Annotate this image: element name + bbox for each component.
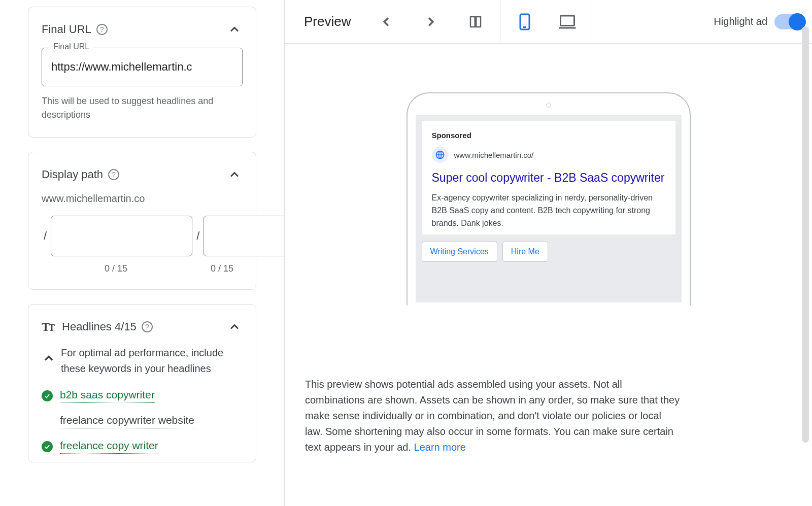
phone-frame: Sponsored www.michellemartin.co/ Super c…	[407, 92, 691, 306]
path1-count: 0 / 15	[42, 263, 148, 274]
check-circle-icon	[42, 441, 53, 452]
chevron-up-icon[interactable]	[42, 350, 56, 366]
divider	[500, 0, 500, 44]
display-path-input-1[interactable]	[51, 216, 192, 256]
chevron-right-icon[interactable]	[421, 12, 441, 32]
phone-screen: Sponsored www.michellemartin.co/ Super c…	[416, 115, 682, 302]
headlines-hint: For optimal ad performance, include thes…	[61, 345, 243, 377]
display-path-card: Display path ? www.michellemartin.co / /…	[28, 152, 256, 290]
preview-note: This preview shows potential ads assembl…	[285, 377, 701, 455]
final-url-title: Final URL	[42, 23, 91, 36]
svg-rect-0	[470, 17, 475, 27]
divider	[592, 0, 592, 44]
display-path-domain: www.michellemartin.co	[42, 193, 243, 205]
chevron-left-icon[interactable]	[376, 12, 396, 32]
sponsored-label: Sponsored	[432, 131, 665, 140]
headlines-title: Headlines 4/15	[62, 320, 137, 333]
path-slash: /	[42, 229, 49, 243]
ad-headline: Super cool copywriter - B2B SaaS copywri…	[432, 170, 665, 186]
help-icon[interactable]: ?	[96, 24, 108, 35]
final-url-input[interactable]	[42, 48, 242, 86]
chevron-up-icon[interactable]	[226, 319, 243, 335]
mobile-device-icon[interactable]	[515, 12, 535, 32]
headlines-card: TT Headlines 4/15 ? For optimal ad perfo…	[28, 304, 256, 462]
preview-title: Preview	[304, 14, 351, 29]
svg-rect-4	[561, 16, 574, 26]
left-form-panel: Final URL ? Final URL This will be used …	[0, 0, 284, 506]
final-url-helper: This will be used to suggest headlines a…	[42, 94, 243, 122]
final-url-input-wrap: Final URL	[42, 48, 243, 86]
phone-camera-icon	[546, 103, 551, 108]
learn-more-link[interactable]: Learn more	[414, 442, 466, 453]
keyword-suggestion: b2b saas copywriter	[42, 389, 243, 403]
help-icon[interactable]: ?	[108, 169, 119, 180]
svg-rect-1	[477, 17, 481, 27]
final-url-input-label: Final URL	[49, 42, 93, 51]
ad-display-url: www.michellemartin.co/	[454, 151, 534, 159]
desktop-device-icon[interactable]	[557, 12, 578, 32]
globe-icon	[432, 147, 448, 163]
path2-count: 0 / 15	[148, 263, 243, 274]
text-type-icon: TT	[42, 320, 54, 334]
help-icon[interactable]: ?	[142, 321, 153, 332]
preview-header: Preview	[285, 0, 812, 44]
ad-preview-card: Sponsored www.michellemartin.co/ Super c…	[422, 121, 675, 234]
check-circle-icon	[42, 390, 53, 401]
display-path-title: Display path	[42, 168, 103, 181]
highlight-ad-label: Highlight ad	[714, 16, 767, 27]
keyword-link[interactable]: freelance copywriter website	[60, 414, 194, 428]
chevron-up-icon[interactable]	[226, 21, 243, 38]
keyword-link[interactable]: freelance copy writer	[60, 440, 158, 454]
highlight-ad-toggle[interactable]	[774, 14, 805, 29]
keyword-link[interactable]: b2b saas copywriter	[60, 389, 155, 403]
preview-panel: Preview	[284, 0, 812, 506]
empty-check-icon	[42, 416, 53, 427]
ad-description: Ex-agency copywriter specializing in ner…	[432, 192, 665, 229]
sitelink-button: Writing Services	[422, 242, 497, 262]
display-path-input-2[interactable]	[204, 216, 284, 256]
scrollbar[interactable]	[802, 26, 809, 468]
path-slash: /	[194, 229, 201, 243]
keyword-suggestion: freelance copywriter website	[42, 414, 243, 428]
columns-icon[interactable]	[465, 12, 486, 32]
chevron-up-icon[interactable]	[226, 166, 243, 183]
keyword-suggestion: freelance copy writer	[42, 440, 243, 454]
sitelink-button: Hire Me	[502, 242, 548, 262]
preview-note-text: This preview shows potential ads assembl…	[305, 379, 680, 453]
final-url-card: Final URL ? Final URL This will be used …	[28, 7, 256, 138]
